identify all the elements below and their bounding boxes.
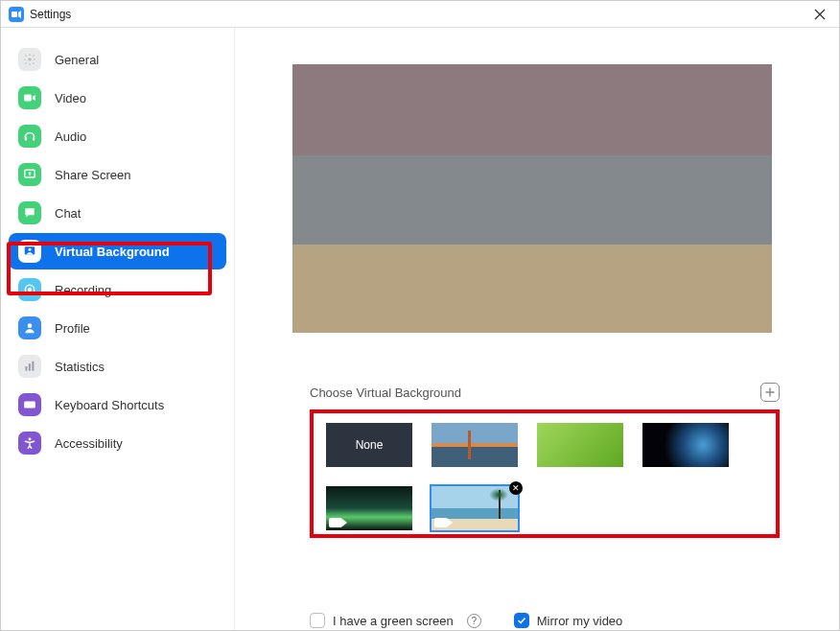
settings-window: Settings GeneralVideoAudioShare ScreenCh…	[0, 0, 840, 631]
audio-icon	[18, 125, 41, 148]
bg-thumb-none[interactable]: None	[326, 423, 412, 467]
svg-rect-3	[25, 137, 27, 141]
video-icon	[18, 86, 41, 109]
svg-rect-19	[27, 406, 33, 407]
svg-rect-15	[26, 403, 27, 404]
svg-rect-2	[24, 95, 32, 102]
video-preview	[292, 64, 772, 333]
bg-thumb-golden-gate-bridge[interactable]	[432, 423, 518, 467]
svg-rect-18	[33, 403, 34, 404]
sidebar-item-label: Video	[55, 91, 86, 105]
app-icon	[9, 7, 24, 22]
sidebar-item-label: Profile	[55, 321, 90, 336]
green-screen-label: I have a green screen	[333, 614, 454, 628]
statistics-icon	[18, 355, 41, 378]
content-area: Choose Virtual Background None✕ I have a…	[235, 28, 839, 630]
close-button[interactable]	[808, 3, 831, 26]
remove-background-button[interactable]: ✕	[509, 481, 523, 495]
add-background-button[interactable]	[760, 383, 780, 402]
mirror-label: Mirror my video	[537, 614, 623, 628]
sidebar-item-general[interactable]: General	[9, 41, 226, 78]
svg-point-9	[28, 288, 32, 292]
sidebar-item-video[interactable]: Video	[9, 80, 226, 116]
svg-point-1	[28, 58, 32, 61]
annotation-highlight-thumbs: None✕	[310, 409, 780, 538]
virtual-background-icon	[18, 240, 41, 263]
window-title: Settings	[30, 8, 71, 21]
sidebar-item-label: Keyboard Shortcuts	[55, 398, 164, 412]
svg-rect-11	[25, 366, 27, 371]
sidebar-item-recording[interactable]: Recording	[9, 271, 226, 308]
titlebar: Settings	[1, 1, 839, 28]
choose-row: Choose Virtual Background	[310, 383, 780, 402]
bg-thumb-aurora[interactable]	[326, 486, 412, 530]
video-badge-icon	[329, 518, 342, 527]
plus-icon	[765, 387, 775, 397]
keyboard-shortcuts-icon	[18, 393, 41, 416]
sidebar-item-share-screen[interactable]: Share Screen	[9, 156, 226, 193]
preview-band	[292, 64, 772, 155]
preview-band	[292, 245, 772, 333]
sidebar-item-label: Virtual Background	[55, 245, 170, 259]
svg-rect-0	[12, 12, 17, 17]
options-row: I have a green screen ? Mirror my video	[310, 613, 628, 628]
preview-band	[292, 155, 772, 244]
general-icon	[18, 48, 41, 71]
sidebar-item-label: General	[55, 53, 99, 67]
sidebar-item-label: Accessibility	[55, 436, 123, 451]
check-icon	[517, 616, 526, 625]
sidebar: GeneralVideoAudioShare ScreenChatVirtual…	[1, 28, 235, 630]
bg-thumb-beach[interactable]: ✕	[432, 486, 518, 530]
share-screen-icon	[18, 163, 41, 186]
background-thumbs: None✕	[326, 423, 763, 530]
video-badge-icon	[434, 518, 448, 527]
sidebar-item-label: Chat	[55, 206, 81, 221]
green-screen-checkbox[interactable]	[310, 613, 325, 628]
recording-icon	[18, 278, 41, 301]
sidebar-item-label: Share Screen	[55, 168, 131, 182]
svg-rect-17	[31, 403, 32, 404]
svg-rect-14	[24, 402, 35, 409]
sidebar-item-chat[interactable]: Chat	[9, 195, 226, 231]
body: GeneralVideoAudioShare ScreenChatVirtual…	[1, 28, 839, 630]
chat-icon	[18, 201, 41, 224]
choose-label: Choose Virtual Background	[310, 386, 461, 400]
mirror-checkbox[interactable]	[514, 613, 529, 628]
accessibility-icon	[18, 432, 41, 455]
sidebar-item-keyboard-shortcuts[interactable]: Keyboard Shortcuts	[9, 386, 226, 423]
svg-rect-13	[32, 362, 34, 371]
svg-rect-12	[29, 363, 31, 371]
sidebar-item-accessibility[interactable]: Accessibility	[9, 425, 226, 461]
help-icon[interactable]: ?	[467, 614, 481, 628]
svg-point-20	[29, 437, 32, 440]
sidebar-item-virtual-background[interactable]: Virtual Background	[9, 233, 226, 269]
svg-point-10	[28, 323, 33, 328]
close-icon	[814, 9, 826, 20]
sidebar-item-label: Recording	[55, 283, 111, 297]
svg-rect-16	[28, 403, 29, 404]
bg-thumb-grass[interactable]	[537, 423, 623, 467]
svg-rect-4	[33, 137, 35, 141]
bg-thumb-earth-space[interactable]	[642, 423, 729, 467]
sidebar-item-audio[interactable]: Audio	[9, 118, 226, 154]
sidebar-item-label: Statistics	[55, 360, 105, 374]
profile-icon	[18, 316, 41, 339]
svg-point-7	[29, 248, 32, 251]
sidebar-item-statistics[interactable]: Statistics	[9, 348, 226, 385]
sidebar-item-profile[interactable]: Profile	[9, 310, 226, 346]
sidebar-item-label: Audio	[55, 129, 86, 144]
